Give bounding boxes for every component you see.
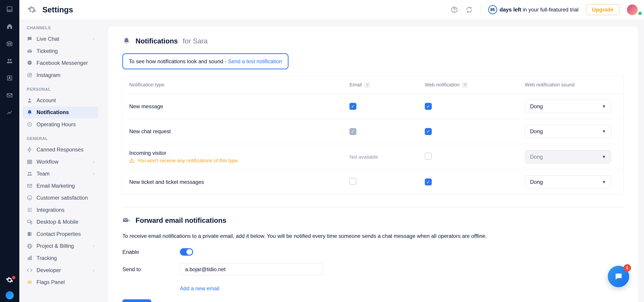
svg-point-29	[29, 209, 30, 210]
notif-type-label: New message	[129, 103, 336, 110]
sound-select: Dong▼	[525, 150, 611, 163]
sidebar-item-project-billing[interactable]: Project & Billing›	[22, 240, 98, 252]
sidebar-item-label: Canned Responses	[37, 147, 84, 153]
rail-analytics-icon[interactable]	[5, 108, 14, 118]
rail-card-icon[interactable]	[5, 73, 14, 83]
info-bar: To see how notifications look and sound …	[122, 53, 288, 69]
sidebar-item-tracking[interactable]: Tracking	[22, 252, 98, 264]
svg-point-21	[28, 172, 29, 173]
notification-dot	[12, 276, 16, 279]
sidebar-item-workflow[interactable]: Workflow›	[22, 156, 98, 168]
sidebar-item-developer[interactable]: Developer›	[22, 264, 98, 276]
sidebar-icon	[27, 97, 32, 103]
sidebar-icon	[27, 207, 32, 213]
sidebar-icon	[27, 122, 32, 127]
trial-days-badge: 85	[488, 5, 497, 14]
rail-settings-icon[interactable]	[5, 275, 14, 285]
avatar[interactable]	[627, 5, 638, 15]
section-subtitle: for Sara	[183, 37, 208, 45]
upgrade-button[interactable]: Upgrade	[586, 4, 620, 15]
sidebar-icon	[27, 60, 32, 66]
chat-fab[interactable]: 1	[608, 266, 629, 287]
sidebar-item-contact-properties[interactable]: Contact Properties	[22, 228, 98, 240]
checkbox[interactable]: ✓	[425, 178, 432, 185]
rail-logo-icon[interactable]	[5, 292, 14, 302]
sidebar-item-notifications[interactable]: Notifications	[22, 106, 98, 119]
trial-rest: in your full-featured trial	[523, 7, 578, 13]
sidebar-item-label: Project & Billing	[37, 243, 74, 249]
sidebar-item-customer-satisfaction[interactable]: Customer satisfaction	[22, 192, 98, 204]
sidebar-item-label: Live Chat	[37, 36, 59, 42]
rail-contacts-icon[interactable]	[5, 56, 14, 66]
page-title: Settings	[42, 6, 73, 14]
svg-point-7	[9, 77, 10, 78]
sidebar-icon	[27, 36, 32, 42]
sidebar-item-desktop-mobile[interactable]: Desktop & Mobile	[22, 216, 98, 228]
send-test-link[interactable]: Send a test notification	[228, 58, 282, 64]
sidebar-icon	[27, 195, 32, 201]
sidebar-item-live-chat[interactable]: Live Chat›	[22, 33, 98, 45]
sendto-input[interactable]	[180, 263, 323, 276]
svg-point-14	[29, 74, 30, 76]
sidebar-icon	[27, 171, 32, 177]
svg-point-27	[30, 208, 32, 209]
help-icon[interactable]: ?	[462, 82, 468, 88]
trial-strong: days left	[500, 7, 521, 13]
save-button[interactable]: Save	[122, 299, 151, 302]
checkbox[interactable]: ✓	[425, 128, 432, 135]
chevron-right-icon: ›	[93, 159, 94, 164]
sidebar-icon	[27, 147, 32, 153]
chevron-right-icon: ›	[93, 171, 94, 176]
col-sound: Web notification sound	[518, 76, 624, 94]
col-email: Email?	[343, 76, 418, 94]
rail-inbox-icon[interactable]	[5, 4, 14, 14]
sidebar-item-ticketing[interactable]: Ticketing	[22, 45, 98, 57]
sidebar-item-instagram[interactable]: Instagram	[22, 69, 98, 81]
rail-bot-icon[interactable]	[5, 39, 14, 49]
checkbox[interactable]: ✓	[350, 103, 356, 110]
svg-point-4	[8, 59, 9, 61]
sidebar-item-flags-panel[interactable]: Flags Panel	[22, 276, 98, 288]
sidebar-item-label: Workflow	[37, 159, 58, 165]
sidebar-item-canned-responses[interactable]: Canned Responses	[22, 144, 98, 156]
rail-home-icon[interactable]	[5, 21, 14, 31]
add-email-link[interactable]: Add a new email	[180, 285, 220, 292]
gear-icon	[28, 5, 36, 14]
sidebar-item-team[interactable]: Team›	[22, 168, 98, 180]
checkbox[interactable]	[425, 153, 432, 160]
refresh-icon[interactable]	[466, 6, 473, 14]
enable-toggle[interactable]	[180, 248, 193, 256]
sidebar-item-label: Flags Panel	[37, 279, 65, 285]
checkbox[interactable]: ✓	[425, 103, 432, 110]
svg-point-15	[30, 74, 31, 74]
svg-rect-20	[28, 163, 32, 164]
rail-mail-icon[interactable]	[5, 91, 14, 100]
sidebar-icon	[27, 219, 32, 225]
sound-select[interactable]: Dong▼	[525, 125, 611, 138]
svg-rect-37	[28, 258, 28, 260]
sidebar-icon	[27, 159, 32, 165]
sidebar-item-email-marketing[interactable]: Email Marketing	[22, 180, 98, 192]
sidebar-item-facebook-messenger[interactable]: Facebook Messenger	[22, 57, 98, 69]
sidebar-icon	[27, 48, 32, 54]
svg-rect-39	[31, 256, 32, 260]
sidebar-item-integrations[interactable]: Integrations	[22, 204, 98, 216]
checkbox[interactable]	[350, 178, 356, 185]
sound-select[interactable]: Dong▼	[525, 100, 611, 113]
sidebar-item-label: Ticketing	[37, 48, 58, 54]
chat-badge: 1	[624, 264, 631, 272]
settings-sidebar: CHANNELSLive Chat›TicketingFacebook Mess…	[19, 20, 102, 302]
sidebar-heading: CHANNELS	[22, 20, 98, 33]
notifications-table: Notification type Email? Web notificatio…	[122, 76, 624, 195]
svg-point-10	[454, 11, 455, 12]
sidebar-icon	[27, 110, 32, 115]
svg-point-26	[29, 208, 30, 209]
sidebar-item-account[interactable]: Account	[22, 94, 98, 106]
help-icon[interactable]: ?	[364, 82, 370, 88]
sound-select[interactable]: Dong▼	[525, 175, 611, 189]
help-icon[interactable]	[450, 6, 458, 14]
checkbox: ✓	[350, 128, 356, 135]
sidebar-item-operating-hours[interactable]: Operating Hours	[22, 118, 98, 131]
sidebar-icon	[27, 183, 32, 189]
sidebar-item-label: Contact Properties	[37, 231, 81, 237]
